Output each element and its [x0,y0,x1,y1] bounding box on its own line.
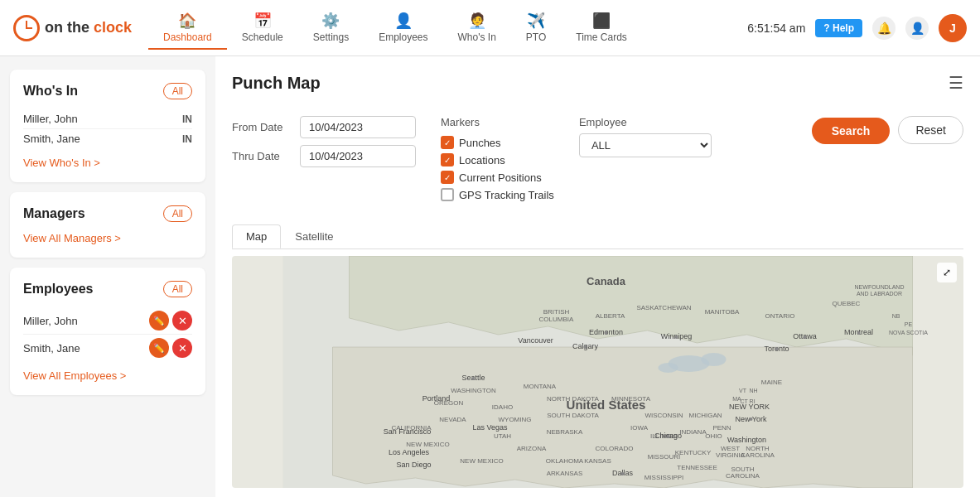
employees-card-header: Employees All [23,281,192,297]
gps-tracking-checkbox[interactable] [441,188,454,201]
svg-point-85 [675,335,678,339]
edit-employee-button[interactable]: ✏️ [149,311,169,331]
managers-all-badge[interactable]: All [163,205,192,222]
svg-text:MISSISSIPPI: MISSISSIPPI [644,474,684,481]
locations-checkbox[interactable]: ✓ [441,153,454,166]
nav-item-pto[interactable]: ✈️ PTO [511,7,561,50]
settings-icon: ⚙️ [321,12,340,30]
svg-text:ALBERTA: ALBERTA [596,312,625,320]
from-date-input[interactable] [300,116,416,138]
thru-date-label: Thru Date [232,150,290,162]
svg-text:Las Vegas: Las Vegas [472,423,508,432]
avatar[interactable]: J [939,14,967,42]
svg-text:ONTARIO: ONTARIO [765,312,795,320]
employees-icon: 👤 [394,12,413,30]
schedule-icon: 📅 [253,12,272,30]
svg-text:NH: NH [749,388,757,393]
svg-text:SASKATCHEWAN: SASKATCHEWAN [636,304,691,311]
logo[interactable]: on the clock [13,15,132,41]
nav-item-whos-in[interactable]: 🧑‍💼 Who's In [443,7,511,50]
employee-filter: Employee ALL Miller, John Smith, Jane [579,116,712,157]
nav-items: 🏠 Dashboard 📅 Schedule ⚙️ Settings 👤 Emp… [148,7,747,50]
employees-all-badge[interactable]: All [163,281,192,297]
svg-text:IDAHO: IDAHO [492,403,513,411]
search-button[interactable]: Search [812,118,891,144]
from-date-label: From Date [232,121,290,133]
nav-item-schedule[interactable]: 📅 Schedule [227,7,298,50]
delete-employee-button[interactable]: ✕ [172,338,192,358]
whos-in-all-badge[interactable]: All [163,83,192,99]
svg-text:INDIANA: INDIANA [679,428,707,436]
help-button[interactable]: ? Help [815,19,862,37]
nav-label-employees: Employees [379,31,427,43]
svg-text:NEW YORK: NEW YORK [729,403,770,411]
nav-time: 6:51:54 am [747,22,805,35]
svg-text:NOVA SCOTIA: NOVA SCOTIA [889,330,928,335]
nav-right: 6:51:54 am ? Help 🔔 👤 J [747,14,967,42]
gps-tracking-checkbox-row: GPS Tracking Trails [441,188,554,201]
svg-text:MANITOBA: MANITOBA [705,308,740,316]
nav-item-time-cards[interactable]: ⬛ Time Cards [561,7,642,50]
tab-map[interactable]: Map [232,224,281,248]
svg-text:UTAH: UTAH [494,432,511,440]
svg-text:COLUMBIA: COLUMBIA [539,316,574,323]
pto-icon: ✈️ [527,12,545,30]
thru-date-input[interactable] [300,145,416,167]
svg-text:MAINE: MAINE [761,379,782,386]
svg-text:Vancouver: Vancouver [518,336,553,345]
employees-card: Employees All Miller, John ✏️ ✕ Smith, J… [10,268,205,395]
svg-text:NEWFOUNDLAND: NEWFOUNDLAND [855,284,905,290]
nav-label-pto: PTO [526,31,546,43]
nav-item-employees[interactable]: 👤 Employees [364,7,442,50]
employee-select[interactable]: ALL Miller, John Smith, Jane [579,133,712,157]
current-positions-checkbox[interactable]: ✓ [441,171,454,184]
svg-text:PENN: PENN [712,424,731,432]
edit-employee-button[interactable]: ✏️ [149,338,169,358]
employee-name: Miller, John [23,113,78,125]
view-whos-in-link[interactable]: View Who's In > [23,157,192,169]
nav-item-settings[interactable]: ⚙️ Settings [298,7,364,50]
nav-item-dashboard[interactable]: 🏠 Dashboard [148,7,227,50]
punches-checkbox[interactable]: ✓ [441,136,454,149]
main-content: Punch Map ☰ From Date Thru Date Markers … [215,56,980,497]
whos-in-icon: 🧑‍💼 [468,12,486,30]
date-filter-group: From Date Thru Date [232,116,416,167]
managers-card: Managers All View All Managers > [10,192,205,258]
logo-text: on the clock [45,19,132,36]
svg-text:MONTANA: MONTANA [524,383,557,390]
markers-label: Markers [441,116,554,128]
map-svg: Canada BRITISH COLUMBIA ALBERTA SASKATCH… [232,256,963,488]
svg-point-86 [605,331,608,335]
svg-text:CAROLINA: CAROLINA [726,472,760,480]
reset-button[interactable]: Reset [898,116,963,144]
sidebar: Who's In All Miller, John IN Smith, Jane… [0,56,215,497]
action-icons: ✏️ ✕ [149,338,192,358]
svg-text:NEBRASKA: NEBRASKA [547,428,583,436]
svg-text:Canada: Canada [587,275,626,287]
svg-text:WISCONSIN: WISCONSIN [644,412,683,419]
tab-satellite[interactable]: Satellite [281,224,347,248]
options-menu-icon[interactable]: ☰ [949,73,963,93]
notification-icon[interactable]: 🔔 [872,17,896,40]
svg-text:ARIZONA: ARIZONA [517,445,547,452]
nav-label-whos-in: Who's In [458,31,496,43]
nav-label-settings: Settings [313,31,349,43]
list-item: Miller, John ✏️ ✕ [23,307,192,335]
profile-icon[interactable]: 👤 [905,17,929,40]
view-managers-link[interactable]: View All Managers > [23,232,192,244]
svg-text:KENTUCKY: KENTUCKY [675,449,712,456]
employee-filter-label: Employee [579,116,712,128]
svg-point-78 [472,377,476,380]
view-employees-link[interactable]: View All Employees > [23,369,192,382]
delete-employee-button[interactable]: ✕ [172,311,192,331]
svg-text:KANSAS: KANSAS [584,457,611,465]
managers-title: Managers [23,206,85,221]
svg-text:NEVADA: NEVADA [439,416,466,423]
managers-card-header: Managers All [23,205,192,222]
svg-text:OHIO: OHIO [705,432,722,440]
employees-title: Employees [23,282,93,297]
current-positions-label: Current Positions [459,171,542,184]
expand-map-icon[interactable]: ⤢ [937,263,957,282]
svg-point-4 [659,363,678,373]
map-tabs: Map Satellite [232,224,963,249]
